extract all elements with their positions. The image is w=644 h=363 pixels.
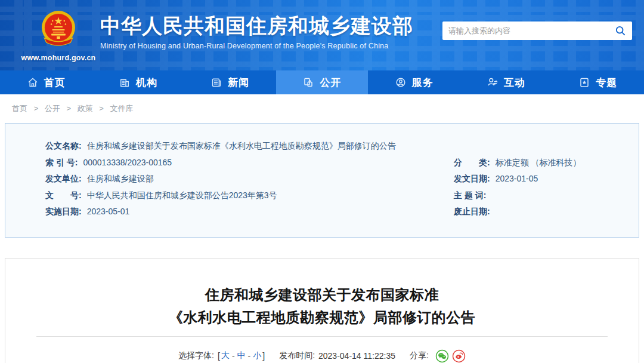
title-divider — [36, 336, 608, 337]
search-input[interactable] — [448, 26, 615, 35]
doc-title-row: 公文名称:住房和城乡建设部关于发布国家标准《水利水电工程地质勘察规范》局部修订的… — [5, 138, 639, 155]
article-title-line2: 《水利水电工程地质勘察规范》局部修订的公告 — [5, 306, 639, 329]
national-emblem-icon — [38, 8, 79, 53]
publish-time: 发布时间: 2023-04-14 11:22:35 — [279, 350, 395, 361]
doc-category-row: 分 类:标准定额 （标准科技） — [418, 155, 639, 171]
doc-issuer-row: 发文单位:住房和城乡建设部 — [5, 171, 418, 187]
font-selector-open-bracket: [ — [218, 351, 220, 361]
news-icon — [210, 76, 222, 88]
nav-item-label: 机构 — [136, 76, 157, 90]
site-title: 中华人民共和国住房和城乡建设部 — [100, 14, 413, 38]
breadcrumb-separator: > — [34, 104, 39, 113]
font-selector-label: 选择字体: — [178, 350, 214, 361]
doc-number-row: 文 号:中华人民共和国住房和城乡建设部公告2023年第3号 — [5, 187, 418, 204]
doc-issue-date-row: 发文日期:2023-01-05 — [418, 171, 639, 187]
nav-item-organization[interactable]: 机构 — [92, 70, 184, 94]
nav-item-disclosure[interactable]: 公开 — [276, 70, 368, 94]
doc-index-row: 索 引 号:000013338/2023-00165 — [5, 155, 418, 171]
publish-time-value: 2023-04-14 11:22:35 — [318, 351, 395, 361]
site-logo-block: www.mohurd.gov.cn — [20, 8, 97, 62]
site-url: www.mohurd.gov.cn — [21, 54, 96, 62]
breadcrumb-disclosure[interactable]: 公开 — [45, 104, 60, 113]
doc-effective-date-row: 实施日期:2023-05-01 — [5, 204, 418, 220]
font-selector-separator: - — [232, 351, 235, 361]
nav-item-news[interactable]: 新闻 — [184, 70, 276, 94]
breadcrumb-current: 文件库 — [110, 104, 134, 113]
nav-item-label: 专题 — [596, 76, 617, 90]
article-title-line1: 住房和城乡建设部关于发布国家标准 — [5, 284, 639, 306]
weibo-icon[interactable] — [452, 349, 466, 363]
nav-item-topics[interactable]: 专题 — [552, 70, 644, 94]
nav-item-label: 互动 — [504, 76, 525, 90]
breadcrumb-policy[interactable]: 政策 — [78, 104, 93, 113]
service-icon — [395, 76, 407, 88]
topics-icon — [578, 76, 590, 88]
doc-title-label: 公文名称: — [45, 141, 82, 150]
breadcrumb: 首页 > 公开 > 政策 > 文件库 — [0, 94, 644, 121]
font-size-large-button[interactable]: 大 — [221, 350, 230, 361]
organization-icon — [119, 76, 131, 88]
share-group: 分享: — [410, 349, 466, 363]
breadcrumb-separator: > — [66, 104, 71, 113]
share-label: 分享: — [410, 350, 429, 361]
nav-item-home[interactable]: 首页 — [0, 70, 92, 94]
nav-item-label: 公开 — [320, 76, 341, 90]
search-icon[interactable] — [615, 25, 626, 36]
nav-item-label: 服务 — [412, 76, 434, 90]
site-search — [442, 21, 632, 40]
site-title-block: 中华人民共和国住房和城乡建设部 Ministry of Housing and … — [100, 8, 413, 50]
doc-keywords-row: 主 题 词: — [418, 187, 639, 204]
wechat-icon[interactable] — [435, 349, 449, 363]
nav-item-service[interactable]: 服务 — [368, 70, 460, 94]
nav-item-interaction[interactable]: 互动 — [460, 70, 552, 94]
nav-item-label: 首页 — [44, 76, 66, 90]
font-selector-separator: - — [248, 351, 251, 361]
main-nav: 首页 机构 新闻 公开 — [0, 70, 644, 94]
doc-info-grid: 索 引 号:000013338/2023-00165 分 类:标准定额 （标准科… — [5, 155, 639, 220]
breadcrumb-separator: > — [99, 104, 104, 113]
site-subtitle-en: Ministry of Housing and Urban-Rural Deve… — [100, 42, 413, 50]
nav-item-label: 新闻 — [228, 76, 249, 90]
document-info-panel: 公文名称:住房和城乡建设部关于发布国家标准《水利水电工程地质勘察规范》局部修订的… — [5, 123, 639, 238]
doc-title-value: 住房和城乡建设部关于发布国家标准《水利水电工程地质勘察规范》局部修订的公告 — [87, 141, 396, 150]
font-size-selector: 选择字体: [ 大 - 中 - 小 ] — [178, 350, 265, 361]
disclosure-icon — [302, 76, 314, 88]
breadcrumb-home[interactable]: 首页 — [12, 104, 27, 113]
mohurd-gov-page: www.mohurd.gov.cn 中华人民共和国住房和城乡建设部 Minist… — [0, 0, 644, 363]
site-header: www.mohurd.gov.cn 中华人民共和国住房和城乡建设部 Minist… — [0, 0, 644, 70]
article-title: 住房和城乡建设部关于发布国家标准 《水利水电工程地质勘察规范》局部修订的公告 — [5, 284, 639, 329]
font-selector-close-bracket: ] — [262, 351, 265, 361]
font-size-small-button[interactable]: 小 — [253, 350, 261, 361]
doc-repeal-date-row: 废止日期: — [418, 204, 639, 220]
article-panel: 住房和城乡建设部关于发布国家标准 《水利水电工程地质勘察规范》局部修订的公告 选… — [5, 258, 639, 363]
article-meta-row: 选择字体: [ 大 - 中 - 小 ] 发布时间: 2023-04-14 11:… — [5, 349, 639, 363]
publish-time-label: 发布时间: — [279, 350, 315, 361]
font-size-medium-button[interactable]: 中 — [237, 350, 246, 361]
interaction-icon — [487, 76, 499, 88]
home-icon — [27, 76, 39, 88]
